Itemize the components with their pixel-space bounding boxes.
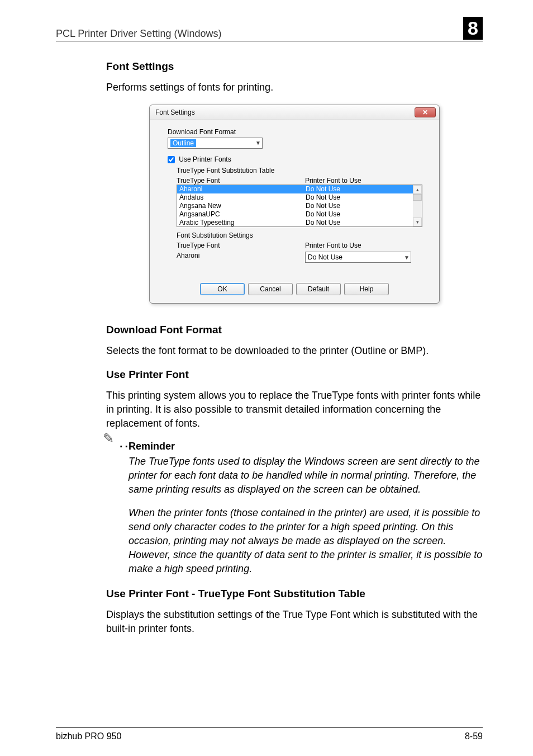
subst-printer-font-select[interactable]: Do Not Use ▼ — [305, 252, 411, 263]
font-substitution-settings-label: Font Substitution Settings — [177, 231, 425, 239]
font-settings-dialog-screenshot: Font Settings ✕ Download Font Format Out… — [106, 105, 483, 304]
table-cell-font: Aharoni — [179, 185, 306, 193]
page-footer: bizhub PRO 950 8-59 — [56, 727, 483, 741]
use-printer-fonts-checkbox-row: Use Printer Fonts — [168, 155, 425, 163]
table-row[interactable]: AngsanaUPCDo Not Use — [177, 210, 422, 219]
scroll-thumb[interactable] — [413, 194, 422, 201]
page-header: PCL Printer Driver Setting (Windows) 8 — [56, 17, 483, 41]
note-icon: ✎ — [103, 431, 114, 446]
download-font-format-heading: Download Font Format — [106, 324, 483, 336]
table-cell-use: Do Not Use — [306, 202, 420, 210]
dialog-title-text: Font Settings — [155, 108, 195, 116]
table-cell-font: Arabic Typesetting — [179, 219, 306, 227]
footer-left: bizhub PRO 950 — [56, 731, 121, 741]
substitution-table-label: TrueType Font Substitution Table — [177, 167, 425, 174]
table-cell-use: Do Not Use — [306, 219, 420, 227]
table-row[interactable]: AndalusDo Not Use — [177, 193, 422, 202]
dialog-titlebar: Font Settings ✕ — [150, 105, 439, 120]
subst-col2-label: Printer Font to Use — [305, 242, 425, 249]
use-printer-fonts-label: Use Printer Fonts — [179, 155, 231, 163]
note-dots: ... — [120, 437, 136, 450]
close-icon: ✕ — [422, 108, 428, 116]
cancel-button[interactable]: Cancel — [248, 283, 293, 295]
close-button[interactable]: ✕ — [415, 107, 436, 117]
subst-printer-font-value: Do Not Use — [308, 253, 342, 261]
chevron-down-icon: ▼ — [255, 140, 261, 146]
font-settings-intro: Performs settings of fonts for printing. — [106, 81, 483, 94]
subst-table-body: Displays the substitution settings of th… — [106, 608, 483, 636]
table-cell-font: Andalus — [179, 193, 306, 202]
font-settings-heading: Font Settings — [106, 60, 483, 73]
reminder-paragraph-2: When the printer fonts (those contained … — [129, 506, 483, 577]
download-font-format-value: Outline — [170, 139, 196, 147]
reminder-block: ✎ ... Reminder The TrueType fonts used t… — [106, 441, 483, 577]
help-button[interactable]: Help — [344, 283, 389, 295]
download-font-format-label: Download Font Format — [168, 128, 425, 136]
reminder-heading: Reminder — [129, 441, 483, 452]
header-chapter-number: 8 — [463, 17, 483, 40]
table-header-col2: Printer Font to Use — [305, 177, 425, 185]
table-cell-use: Do Not Use — [306, 193, 420, 202]
reminder-paragraph-1: The TrueType fonts used to display the W… — [129, 455, 483, 497]
subst-truetype-font-value: Aharoni — [177, 252, 305, 263]
substitution-table-listbox[interactable]: AharoniDo Not UseAndalusDo Not UseAngsan… — [177, 185, 422, 227]
footer-right: 8-59 — [465, 731, 483, 741]
table-row[interactable]: AharoniDo Not Use — [177, 185, 422, 193]
chevron-down-icon: ▼ — [404, 254, 410, 261]
listbox-scrollbar[interactable]: ▴ ▾ — [413, 185, 422, 226]
table-row[interactable]: Angsana NewDo Not Use — [177, 202, 422, 210]
use-printer-fonts-checkbox[interactable] — [168, 156, 175, 163]
download-font-format-select[interactable]: Outline ▼ — [168, 138, 263, 149]
scroll-up-button[interactable]: ▴ — [413, 185, 422, 194]
table-cell-use: Do Not Use — [306, 185, 420, 193]
ok-button[interactable]: OK — [200, 283, 245, 295]
default-button[interactable]: Default — [296, 283, 341, 295]
subst-col1-label: TrueType Font — [177, 242, 305, 249]
subst-table-heading: Use Printer Font - TrueType Font Substit… — [106, 588, 483, 600]
header-title: PCL Printer Driver Setting (Windows) — [56, 28, 221, 40]
use-printer-font-heading: Use Printer Font — [106, 368, 483, 381]
download-font-format-body: Selects the font format to be downloaded… — [106, 344, 483, 358]
table-header-col1: TrueType Font — [177, 177, 305, 185]
use-printer-font-body: This printing system allows you to repla… — [106, 389, 483, 431]
scroll-down-button[interactable]: ▾ — [413, 218, 422, 226]
table-cell-font: AngsanaUPC — [179, 210, 306, 219]
dialog-button-row: OK Cancel Default Help — [150, 266, 439, 303]
table-header: TrueType Font Printer Font to Use — [177, 177, 425, 185]
table-row[interactable]: Arabic TypesettingDo Not Use — [177, 219, 422, 227]
table-cell-use: Do Not Use — [306, 210, 420, 219]
font-settings-dialog: Font Settings ✕ Download Font Format Out… — [149, 105, 440, 304]
table-cell-font: Angsana New — [179, 202, 306, 210]
